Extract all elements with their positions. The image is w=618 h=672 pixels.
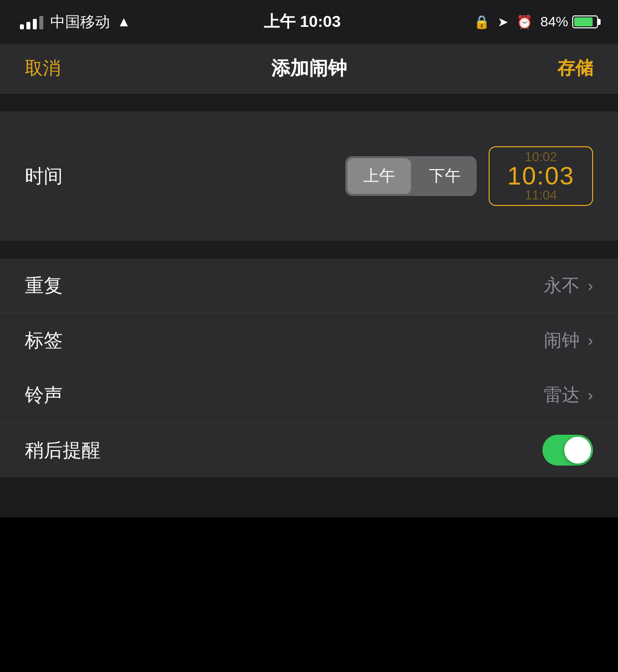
- snooze-row[interactable]: 稍后提醒: [0, 423, 618, 478]
- repeat-row[interactable]: 重复 永不 ›: [0, 259, 618, 313]
- repeat-chevron-icon: ›: [588, 277, 593, 295]
- middle-spacer: [0, 241, 618, 259]
- ringtone-row[interactable]: 铃声 雷达 ›: [0, 368, 618, 423]
- time-main: 10:03: [507, 162, 574, 191]
- signal-bars-icon: [20, 14, 43, 29]
- ringtone-value: 雷达: [544, 383, 580, 407]
- label-value: 闹钟: [544, 328, 580, 353]
- main-content: 时间 上午 下午 10:02 10:03 11:04 重复 永不 › 标签: [0, 94, 618, 517]
- repeat-value: 永不: [544, 274, 580, 298]
- battery-percentage: 84%: [540, 14, 568, 30]
- lock-icon: 🔒: [474, 14, 490, 30]
- label-label: 标签: [25, 328, 63, 353]
- time-section: 时间 上午 下午 10:02 10:03 11:04: [0, 111, 618, 241]
- bottom-bar: [0, 478, 618, 517]
- label-chevron-icon: ›: [588, 331, 593, 350]
- location-icon: ➤: [498, 14, 509, 30]
- ringtone-label: 铃声: [25, 383, 63, 408]
- time-display[interactable]: 10:02 10:03 11:04: [489, 146, 593, 206]
- status-right: 🔒 ➤ ⏰ 84%: [474, 14, 598, 30]
- ampm-toggle[interactable]: 上午 下午: [345, 156, 477, 196]
- pm-button[interactable]: 下午: [413, 156, 477, 196]
- repeat-label: 重复: [25, 273, 63, 298]
- save-button[interactable]: 存储: [557, 56, 593, 81]
- carrier-label: 中国移动: [50, 12, 110, 32]
- time-below: 11:04: [524, 188, 557, 203]
- status-bar: 中国移动 ▲ 上午 10:03 🔒 ➤ ⏰ 84%: [0, 0, 618, 44]
- wifi-icon: ▲: [117, 14, 131, 30]
- battery-container: 84%: [540, 14, 598, 30]
- battery-fill: [574, 17, 593, 26]
- snooze-label: 稍后提醒: [25, 438, 101, 463]
- ringtone-chevron-icon: ›: [588, 386, 593, 404]
- label-value-container: 闹钟 ›: [544, 328, 593, 353]
- am-button[interactable]: 上午: [347, 158, 411, 194]
- settings-list: 重复 永不 › 标签 闹钟 › 铃声 雷达 › 稍后提醒: [0, 259, 618, 478]
- cancel-button[interactable]: 取消: [25, 56, 61, 81]
- toggle-knob: [564, 437, 591, 464]
- time-label: 时间: [25, 164, 63, 189]
- alarm-icon: ⏰: [516, 14, 532, 30]
- snooze-toggle[interactable]: [542, 435, 593, 466]
- page-title: 添加闹钟: [271, 56, 347, 81]
- status-left: 中国移动 ▲: [20, 12, 131, 32]
- battery-icon: [572, 15, 598, 28]
- time-controls: 上午 下午 10:02 10:03 11:04: [345, 146, 593, 206]
- nav-bar: 取消 添加闹钟 存储: [0, 44, 618, 94]
- ringtone-value-container: 雷达 ›: [544, 383, 593, 407]
- time-above: 10:02: [524, 149, 557, 165]
- top-spacer: [0, 94, 618, 111]
- label-row[interactable]: 标签 闹钟 ›: [0, 313, 618, 368]
- status-time: 上午 10:03: [264, 11, 341, 33]
- repeat-value-container: 永不 ›: [544, 274, 593, 298]
